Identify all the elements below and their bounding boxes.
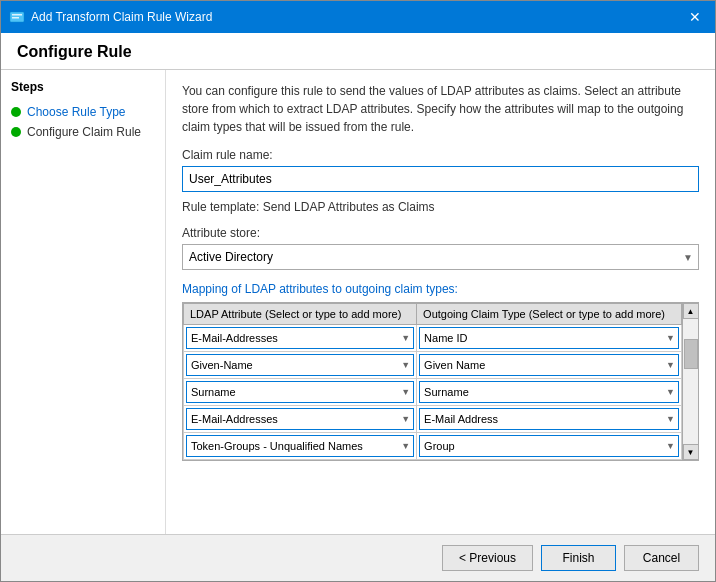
ldap-select-wrapper: Given-Name ▼ [186, 354, 414, 376]
scrollbar-down-button[interactable]: ▼ [683, 444, 699, 460]
svg-rect-1 [12, 14, 22, 16]
svg-rect-2 [12, 17, 19, 19]
claim-rule-name-input[interactable] [182, 166, 699, 192]
ldap-cell: Token-Groups - Unqualified Names ▼ [184, 433, 417, 460]
rule-template-label: Rule template: Send LDAP Attributes as C… [182, 200, 699, 214]
claim-select-wrapper: Group ▼ [419, 435, 679, 457]
table-header-row: LDAP Attribute (Select or type to add mo… [184, 304, 682, 325]
content-area: Steps Choose Rule Type Configure Claim R… [1, 70, 715, 534]
step-active-icon [11, 127, 21, 137]
claim-select-0[interactable]: Name ID [419, 327, 679, 349]
sidebar-item-label[interactable]: Choose Rule Type [27, 105, 126, 119]
footer: < Previous Finish Cancel [1, 534, 715, 581]
ldap-cell: E-Mail-Addresses ▼ [184, 325, 417, 352]
table-row: E-Mail-Addresses ▼ Name ID ▼ [184, 325, 682, 352]
title-bar: Add Transform Claim Rule Wizard ✕ [1, 1, 715, 33]
previous-button[interactable]: < Previous [442, 545, 533, 571]
ldap-select-2[interactable]: Surname [186, 381, 414, 403]
window-icon [9, 9, 25, 25]
claim-select-1[interactable]: Given Name [419, 354, 679, 376]
claim-select-wrapper: Name ID ▼ [419, 327, 679, 349]
claim-select-wrapper: Given Name ▼ [419, 354, 679, 376]
page-title: Configure Rule [17, 43, 699, 61]
ldap-select-wrapper: E-Mail-Addresses ▼ [186, 327, 414, 349]
claim-cell: Surname ▼ [417, 379, 682, 406]
sidebar-item-choose-rule-type[interactable]: Choose Rule Type [1, 102, 165, 122]
ldap-select-0[interactable]: E-Mail-Addresses [186, 327, 414, 349]
col2-header: Outgoing Claim Type (Select or type to a… [417, 304, 682, 325]
finish-button[interactable]: Finish [541, 545, 616, 571]
ldap-select-3[interactable]: E-Mail-Addresses [186, 408, 414, 430]
ldap-cell: Given-Name ▼ [184, 352, 417, 379]
table-row: Token-Groups - Unqualified Names ▼ Group… [184, 433, 682, 460]
mapping-table-outer: LDAP Attribute (Select or type to add mo… [182, 302, 699, 461]
attribute-store-label: Attribute store: [182, 226, 699, 240]
scrollbar-thumb[interactable] [684, 339, 698, 369]
sidebar-item-label: Configure Claim Rule [27, 125, 141, 139]
page-header: Configure Rule [1, 33, 715, 70]
claim-select-wrapper: Surname ▼ [419, 381, 679, 403]
main-window: Add Transform Claim Rule Wizard ✕ Config… [0, 0, 716, 582]
table-row: E-Mail-Addresses ▼ E-Mail Address ▼ [184, 406, 682, 433]
ldap-select-4[interactable]: Token-Groups - Unqualified Names [186, 435, 414, 457]
description-text: You can configure this rule to send the … [182, 82, 699, 136]
mapping-table-scroll: LDAP Attribute (Select or type to add mo… [183, 303, 682, 460]
sidebar: Steps Choose Rule Type Configure Claim R… [1, 70, 166, 534]
attribute-store-container: Active Directory ▼ [182, 244, 699, 270]
claim-select-4[interactable]: Group [419, 435, 679, 457]
table-row: Surname ▼ Surname ▼ [184, 379, 682, 406]
scrollbar-up-button[interactable]: ▲ [683, 303, 699, 319]
claim-select-2[interactable]: Surname [419, 381, 679, 403]
attribute-store-select[interactable]: Active Directory [182, 244, 699, 270]
table-row: Given-Name ▼ Given Name ▼ [184, 352, 682, 379]
mapping-table: LDAP Attribute (Select or type to add mo… [183, 303, 682, 460]
claim-cell: E-Mail Address ▼ [417, 406, 682, 433]
col1-header: LDAP Attribute (Select or type to add mo… [184, 304, 417, 325]
ldap-select-wrapper: Token-Groups - Unqualified Names ▼ [186, 435, 414, 457]
claim-cell: Group ▼ [417, 433, 682, 460]
sidebar-title: Steps [1, 80, 165, 102]
window-title: Add Transform Claim Rule Wizard [31, 10, 683, 24]
sidebar-item-configure-claim-rule[interactable]: Configure Claim Rule [1, 122, 165, 142]
ldap-cell: E-Mail-Addresses ▼ [184, 406, 417, 433]
ldap-select-1[interactable]: Given-Name [186, 354, 414, 376]
close-button[interactable]: ✕ [683, 5, 707, 29]
claim-cell: Given Name ▼ [417, 352, 682, 379]
claim-rule-name-label: Claim rule name: [182, 148, 699, 162]
cancel-button[interactable]: Cancel [624, 545, 699, 571]
ldap-select-wrapper: E-Mail-Addresses ▼ [186, 408, 414, 430]
claim-select-3[interactable]: E-Mail Address [419, 408, 679, 430]
claim-cell: Name ID ▼ [417, 325, 682, 352]
step-done-icon [11, 107, 21, 117]
ldap-cell: Surname ▼ [184, 379, 417, 406]
mapping-label: Mapping of LDAP attributes to outgoing c… [182, 282, 699, 296]
ldap-select-wrapper: Surname ▼ [186, 381, 414, 403]
claim-select-wrapper: E-Mail Address ▼ [419, 408, 679, 430]
scrollbar[interactable]: ▲ ▼ [682, 303, 698, 460]
main-content: You can configure this rule to send the … [166, 70, 715, 534]
